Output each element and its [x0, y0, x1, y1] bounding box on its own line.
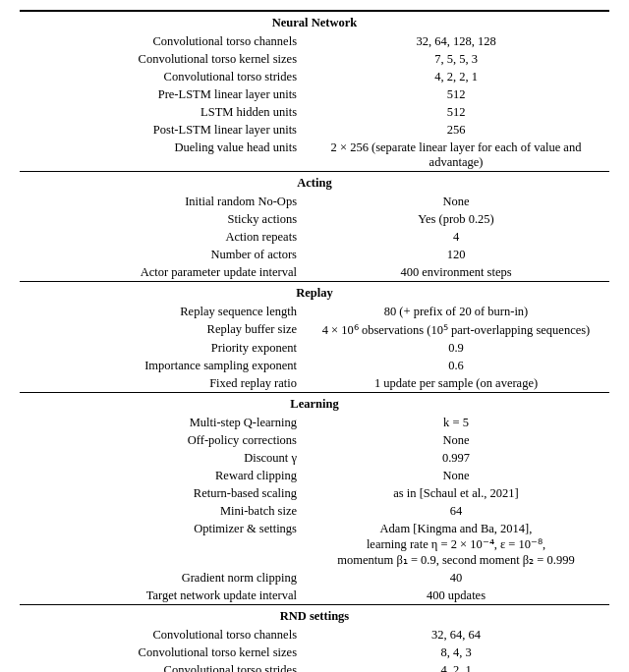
row-value: as in [Schaul et al., 2021] [303, 484, 609, 502]
row-label: Convolutional torso kernel sizes [20, 644, 303, 661]
row-label: Mini-batch size [20, 502, 303, 520]
row-value: 4, 2, 1 [303, 661, 609, 672]
table-row: Replay sequence length80 (+ prefix of 20… [20, 303, 609, 320]
table-row: Off-policy correctionsNone [20, 431, 609, 449]
row-value: 256 [303, 121, 609, 139]
row-value: 4 × 10⁶ observations (10⁵ part-overlappi… [303, 320, 609, 339]
table-row: Initial random No-OpsNone [20, 193, 609, 210]
row-value: 64 [303, 502, 609, 520]
section-header-4: RND settings [20, 605, 609, 627]
table-row: Reward clippingNone [20, 467, 609, 484]
table-row: Target network update interval400 update… [20, 587, 609, 605]
row-label: Number of actors [20, 246, 303, 263]
table-row: Gradient norm clipping40 [20, 569, 609, 587]
row-label: Action repeats [20, 228, 303, 246]
table-row: Multi-step Q-learningk = 5 [20, 414, 609, 431]
section-header-0: Neural Network [20, 11, 609, 32]
table-row: Post-LSTM linear layer units256 [20, 121, 609, 139]
row-value: 2 × 256 (separate linear layer for each … [303, 139, 609, 172]
row-label: Reward clipping [20, 467, 303, 484]
table-row: LSTM hidden units512 [20, 103, 609, 121]
row-value: None [303, 193, 609, 210]
row-value: None [303, 431, 609, 449]
row-label: Fixed replay ratio [20, 374, 303, 393]
table-row: Dueling value head units2 × 256 (separat… [20, 139, 609, 172]
row-value: 4 [303, 228, 609, 246]
table-row: Priority exponent0.9 [20, 339, 609, 357]
table-row: Mini-batch size64 [20, 502, 609, 520]
row-label: Replay buffer size [20, 320, 303, 339]
row-label: Convolutional torso channels [20, 32, 303, 50]
section-header-2: Replay [20, 282, 609, 304]
table-row: Actor parameter update interval400 envir… [20, 263, 609, 282]
row-label: Importance sampling exponent [20, 357, 303, 374]
row-label: Off-policy corrections [20, 431, 303, 449]
row-label: Actor parameter update interval [20, 263, 303, 282]
row-value: 512 [303, 103, 609, 121]
row-value: 7, 5, 5, 3 [303, 50, 609, 68]
row-label: LSTM hidden units [20, 103, 303, 121]
row-value: 80 (+ prefix of 20 of burn-in) [303, 303, 609, 320]
row-value: 0.9 [303, 339, 609, 357]
row-label: Dueling value head units [20, 139, 303, 172]
table-row: Convolutional torso kernel sizes7, 5, 5,… [20, 50, 609, 68]
hyperparameters-table: Neural NetworkConvolutional torso channe… [20, 10, 609, 672]
table-row: Fixed replay ratio1 update per sample (o… [20, 374, 609, 393]
row-value: 0.997 [303, 449, 609, 467]
section-header-3: Learning [20, 393, 609, 415]
row-value: 400 environment steps [303, 263, 609, 282]
table-row: Convolutional torso kernel sizes8, 4, 3 [20, 644, 609, 661]
table-row: Number of actors120 [20, 246, 609, 263]
row-label: Convolutional torso strides [20, 661, 303, 672]
row-label: Sticky actions [20, 210, 303, 228]
row-value: k = 5 [303, 414, 609, 431]
row-label: Convolutional torso kernel sizes [20, 50, 303, 68]
row-label: Multi-step Q-learning [20, 414, 303, 431]
row-label: Initial random No-Ops [20, 193, 303, 210]
table-row: Convolutional torso channels32, 64, 128,… [20, 32, 609, 50]
table-row: Action repeats4 [20, 228, 609, 246]
row-label: Target network update interval [20, 587, 303, 605]
row-value: Yes (prob 0.25) [303, 210, 609, 228]
row-value: None [303, 467, 609, 484]
row-value: 120 [303, 246, 609, 263]
row-value: 512 [303, 85, 609, 103]
table-row: Convolutional torso strides4, 2, 2, 1 [20, 68, 609, 85]
section-header-1: Acting [20, 172, 609, 194]
row-label: Optimizer & settings [20, 520, 303, 569]
row-label: Return-based scaling [20, 484, 303, 502]
row-value: 1 update per sample (on average) [303, 374, 609, 393]
row-value: 32, 64, 128, 128 [303, 32, 609, 50]
row-value: 0.6 [303, 357, 609, 374]
row-value: 8, 4, 3 [303, 644, 609, 661]
row-label: Priority exponent [20, 339, 303, 357]
row-value: 4, 2, 2, 1 [303, 68, 609, 85]
table-row: Discount γ0.997 [20, 449, 609, 467]
row-value: Adam [Kingma and Ba, 2014],learning rate… [303, 520, 609, 569]
table-row: Pre-LSTM linear layer units512 [20, 85, 609, 103]
table-row: Importance sampling exponent0.6 [20, 357, 609, 374]
row-value: 40 [303, 569, 609, 587]
row-label: Discount γ [20, 449, 303, 467]
table-row: Convolutional torso channels32, 64, 64 [20, 626, 609, 644]
row-label: Gradient norm clipping [20, 569, 303, 587]
row-label: Convolutional torso strides [20, 68, 303, 85]
row-value: 400 updates [303, 587, 609, 605]
table-row: Optimizer & settingsAdam [Kingma and Ba,… [20, 520, 609, 569]
table-row: Sticky actionsYes (prob 0.25) [20, 210, 609, 228]
table-row: Replay buffer size4 × 10⁶ observations (… [20, 320, 609, 339]
table-row: Convolutional torso strides4, 2, 1 [20, 661, 609, 672]
table-row: Return-based scalingas in [Schaul et al.… [20, 484, 609, 502]
row-value: 32, 64, 64 [303, 626, 609, 644]
row-label: Convolutional torso channels [20, 626, 303, 644]
row-label: Replay sequence length [20, 303, 303, 320]
row-label: Post-LSTM linear layer units [20, 121, 303, 139]
row-label: Pre-LSTM linear layer units [20, 85, 303, 103]
